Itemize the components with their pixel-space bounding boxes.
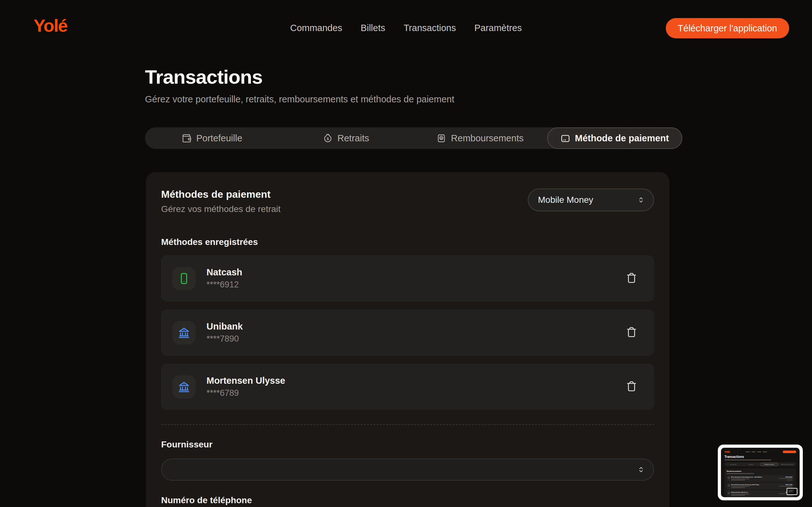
mini-refunds-panel: Remboursements Rum Tasting & Cultural Ex…	[724, 468, 796, 496]
mini-refund-icon	[728, 492, 730, 494]
provider-select[interactable]	[161, 458, 654, 481]
delete-method-button[interactable]	[623, 270, 640, 287]
delete-method-button[interactable]	[623, 324, 640, 341]
transactions-tabbar: Portefeuille $ Retraits B Remboursements…	[145, 127, 682, 149]
mini-tabbar: Portefeuille Retraits Remboursements Mét…	[724, 462, 796, 466]
page-title: Transactions	[145, 66, 262, 88]
method-type-value: Mobile Money	[538, 195, 593, 205]
mini-brand-logo: Yolé	[724, 450, 729, 453]
nav-item-billets[interactable]: Billets	[361, 23, 385, 33]
mini-panel-subtitle-bar	[727, 473, 754, 474]
method-icon-box	[172, 267, 196, 290]
mini-refund-amount: HTG 12.00	[786, 484, 792, 486]
saved-method-row-natcash: Natcash ****6912	[161, 256, 654, 301]
saved-method-row-mortensen-ulysse: Mortensen Ulysse ****6789	[161, 364, 654, 410]
tab-label: Remboursements	[451, 133, 524, 144]
mini-refund-caption-bar	[779, 486, 792, 487]
mini-nested-thumbnail	[786, 488, 798, 495]
mini-refund-row: Haitian Fashion Week Live HTG 30.00	[727, 491, 794, 497]
method-name: Natcash	[206, 267, 242, 278]
tab-methode-de-paiement[interactable]: Méthode de paiement	[547, 127, 682, 149]
svg-text:B: B	[440, 136, 443, 139]
mini-page-subtitle-bar	[724, 459, 771, 460]
bank-icon	[177, 326, 190, 339]
dashed-divider	[161, 424, 654, 425]
nav-item-commandes[interactable]: Commandes	[290, 23, 342, 33]
screen-preview-thumbnail[interactable]: Yolé Transactions Portefeuille Retraits …	[718, 445, 803, 500]
method-name: Unibank	[206, 321, 243, 332]
money-bag-icon: $	[323, 133, 333, 143]
refund-receipt-icon: B	[437, 133, 446, 143]
tab-portefeuille[interactable]: Portefeuille	[145, 127, 279, 149]
mini-refund-amount: HTG 65.00	[786, 476, 792, 478]
mini-tab: Portefeuille	[724, 464, 742, 465]
delete-method-button[interactable]	[623, 378, 640, 395]
mini-refund-title: Annual Documentary Screening: Haiti Toda…	[731, 484, 769, 486]
trash-icon	[626, 272, 637, 284]
mini-nav-bars	[746, 452, 767, 452]
mini-screenshot: Yolé Transactions Portefeuille Retraits …	[721, 448, 800, 497]
payment-methods-card: Méthodes de paiement Gérez vos méthodes …	[146, 172, 669, 507]
mini-refund-caption-bar	[779, 478, 792, 479]
method-name: Mortensen Ulysse	[206, 376, 285, 386]
tab-retraits[interactable]: $ Retraits	[279, 127, 413, 149]
method-masked-number: ****7890	[206, 334, 243, 344]
mini-tab: Méthode de paiement	[778, 464, 796, 465]
method-masked-number: ****6912	[206, 280, 242, 290]
wallet-icon	[182, 133, 192, 143]
mini-refund-icon	[728, 485, 730, 487]
panel-title: Méthodes de paiement	[161, 188, 281, 200]
download-app-button[interactable]: Télécharger l'application	[666, 18, 789, 38]
mini-refund-row: Rum Tasting & Cultural Experience - Hait…	[727, 475, 794, 482]
trash-icon	[626, 326, 637, 338]
method-icon-box	[172, 375, 196, 399]
saved-method-row-unibank: Unibank ****7890	[161, 309, 654, 355]
chevrons-up-down-icon	[637, 196, 645, 204]
mini-status-badge	[786, 480, 792, 481]
method-icon-box	[172, 321, 196, 344]
phone-number-label: Numéro de téléphone	[161, 495, 654, 505]
credit-card-icon	[560, 133, 570, 143]
mini-page-title: Transactions	[724, 455, 796, 458]
page-subtitle: Gérez votre portefeuille, retraits, remb…	[145, 94, 454, 105]
tab-label: Retraits	[338, 133, 369, 144]
main-nav: Commandes Billets Transactions Paramètre…	[290, 23, 522, 33]
nav-item-transactions[interactable]: Transactions	[403, 23, 456, 33]
tab-label: Portefeuille	[196, 133, 242, 144]
brand-logo[interactable]: Yolé	[34, 15, 67, 36]
bank-icon	[177, 381, 190, 393]
method-type-select[interactable]: Mobile Money	[528, 188, 654, 211]
tab-label: Méthode de paiement	[575, 133, 669, 144]
chevrons-up-down-icon	[637, 465, 645, 474]
saved-methods-label: Méthodes enregistrées	[161, 237, 654, 247]
mini-refund-title: Rum Tasting & Cultural Experience - Hait…	[731, 476, 769, 478]
tab-remboursements[interactable]: B Remboursements	[413, 127, 547, 149]
svg-text:$: $	[327, 136, 329, 140]
mini-refund-row: Annual Documentary Screening: Haiti Toda…	[727, 483, 794, 489]
nav-item-parametres[interactable]: Paramètres	[474, 23, 522, 33]
mini-refund-icon	[728, 477, 730, 479]
mini-tab: Retraits	[742, 464, 760, 465]
mini-tab-active: Remboursements	[760, 463, 778, 466]
panel-subtitle: Gérez vos méthodes de retrait	[161, 204, 281, 214]
mini-download-button	[783, 451, 796, 453]
mini-refund-title: Haitian Fashion Week Live	[731, 492, 769, 493]
trash-icon	[626, 381, 637, 392]
provider-label: Fournisseur	[161, 440, 654, 450]
smartphone-icon	[177, 272, 190, 285]
mini-panel-title: Remboursements	[727, 470, 794, 472]
method-masked-number: ****6789	[206, 388, 285, 398]
